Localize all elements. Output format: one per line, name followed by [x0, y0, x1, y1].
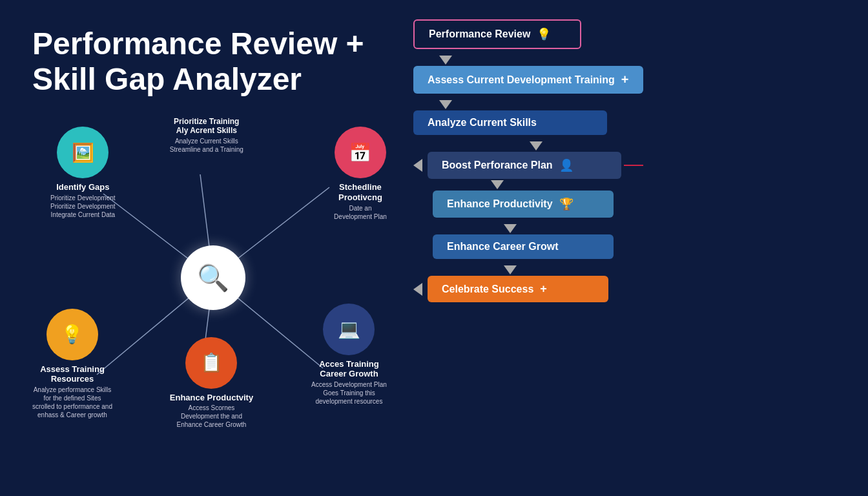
node-label-enhance-prod: Enhance Productvity — [170, 393, 253, 403]
node-icon-schedule: 📅 — [349, 142, 371, 163]
node-sublabel-prioritize: Analyze Current SkillsStreamline and a T… — [170, 137, 243, 154]
center-circle: 🔍 — [181, 245, 245, 310]
flow-label-boost: Boost Perforance Plan — [442, 160, 553, 171]
arrow-6 — [504, 265, 517, 274]
node-access-training: 💻 Acces TrainingCareer Growth Access Dev… — [311, 304, 387, 406]
flow-label-enhance-career: Enhance Career Growt — [447, 241, 559, 253]
left-panel: Performance Review + Skill Gap Analyzer — [0, 0, 400, 496]
node-sublabel-access: Access Development PlanGoes Training thi… — [311, 380, 387, 406]
node-assess-training: 💡 Assess TrainingResources Analyze perfo… — [32, 309, 112, 419]
node-circle-assess: 💡 — [46, 309, 98, 360]
node-identify-gaps: 🖼️ Identify Gaps Prioritize DevelopmentP… — [50, 127, 116, 219]
main-container: Performance Review + Skill Gap Analyzer — [0, 0, 868, 496]
flowchart: Performance Review 💡 Assess Current Deve… — [413, 19, 842, 302]
flow-box-celebrate[interactable]: Celebrate Success + — [428, 276, 608, 302]
flow-label-performance-review: Performance Review — [429, 28, 530, 40]
node-circle-identify-gaps: 🖼️ — [57, 127, 108, 178]
arrow-2 — [439, 100, 452, 109]
flow-icon-user: 👤 — [559, 158, 574, 172]
right-panel: Performance Review 💡 Assess Current Deve… — [400, 0, 868, 496]
flow-label-enhance-productivity: Enhance Productivity — [447, 198, 553, 210]
arrow-4 — [491, 180, 504, 189]
flow-box-enhance-productivity[interactable]: Enhance Productivity 🏆 — [433, 191, 614, 218]
node-icon-identify-gaps: 🖼️ — [72, 142, 94, 163]
flow-step-enhance-career: Enhance Career Growt — [433, 234, 614, 259]
node-label-schedule: StchedlineProotivcng — [338, 182, 382, 202]
node-enhance-prod: 📋 Enhance Productvity Access ScornesDeve… — [170, 337, 253, 429]
flow-label-celebrate: Celebrate Success — [442, 284, 533, 295]
node-icon-assess: 💡 — [61, 324, 83, 345]
flow-box-enhance-career[interactable]: Enhance Career Growt — [433, 234, 614, 259]
arrow-5 — [504, 224, 517, 233]
flow-step-enhance-productivity: Enhance Productivity 🏆 — [433, 191, 614, 218]
flow-box-assess-current[interactable]: Assess Current Development Training + — [413, 66, 643, 94]
flow-row-boost: Boost Perforance Plan 👤 — [413, 152, 643, 179]
node-circle-access: 💻 — [323, 304, 375, 355]
node-circle-enhance-prod: 📋 — [185, 337, 237, 389]
node-label-prioritize: Prioritize TrainingAly Acrent Skills — [174, 117, 239, 136]
arrow-left-celebrate — [413, 283, 422, 296]
node-label-identify-gaps: Identify Gaps — [56, 182, 109, 192]
node-schedule: 📅 StchedlineProotivcng Date anDevelopmen… — [334, 127, 387, 220]
red-line — [624, 165, 643, 166]
node-sublabel-assess: Analyze performance Skillsfor the define… — [32, 386, 112, 419]
mindmap-area: 🔍 🖼️ Identify Gaps Prioritize Developmen… — [32, 110, 394, 446]
node-sublabel-enhance-prod: Access ScornesDevelopment the andEnhance… — [177, 404, 247, 429]
flow-icon-plus-celebrate: + — [540, 282, 547, 296]
node-label-assess: Assess TrainingResources — [40, 364, 105, 384]
flow-icon-plus-assess: + — [621, 72, 629, 87]
flow-icon-trophy: 🏆 — [559, 197, 574, 211]
flow-row-celebrate: Celebrate Success + — [413, 276, 608, 302]
center-icon: 🔍 — [197, 263, 229, 293]
arrow-left-boost — [413, 159, 422, 172]
node-label-access: Acces TrainingCareer Growth — [319, 359, 378, 379]
flow-label-analyze-skills: Analyze Current Skills — [428, 117, 537, 129]
arrow-3 — [530, 141, 542, 150]
flow-box-performance-review[interactable]: Performance Review 💡 — [413, 19, 581, 49]
flow-label-assess-current: Assess Current Development Training — [428, 74, 615, 86]
arrow-1 — [439, 56, 452, 65]
flow-step-performance-review: Performance Review 💡 — [413, 19, 581, 49]
main-title: Performance Review + Skill Gap Analyzer — [32, 26, 381, 97]
node-sublabel-schedule: Date anDevelopment Plan — [334, 204, 387, 221]
flow-box-analyze-skills[interactable]: Analyze Current Skills — [413, 110, 607, 135]
flow-step-assess-current: Assess Current Development Training + — [413, 66, 643, 94]
node-circle-schedule: 📅 — [335, 127, 386, 178]
flow-step-analyze-skills: Analyze Current Skills — [413, 110, 607, 135]
node-icon-access: 💻 — [338, 318, 360, 340]
node-prioritize-training: Prioritize TrainingAly Acrent Skills Ana… — [170, 117, 243, 154]
node-icon-enhance-prod: 📋 — [200, 352, 223, 373]
node-sublabel-identify-gaps: Prioritize DevelopmentPrioritize Develop… — [50, 194, 116, 219]
flow-icon-bulb: 💡 — [537, 27, 551, 41]
flow-box-boost[interactable]: Boost Perforance Plan 👤 — [428, 152, 621, 179]
